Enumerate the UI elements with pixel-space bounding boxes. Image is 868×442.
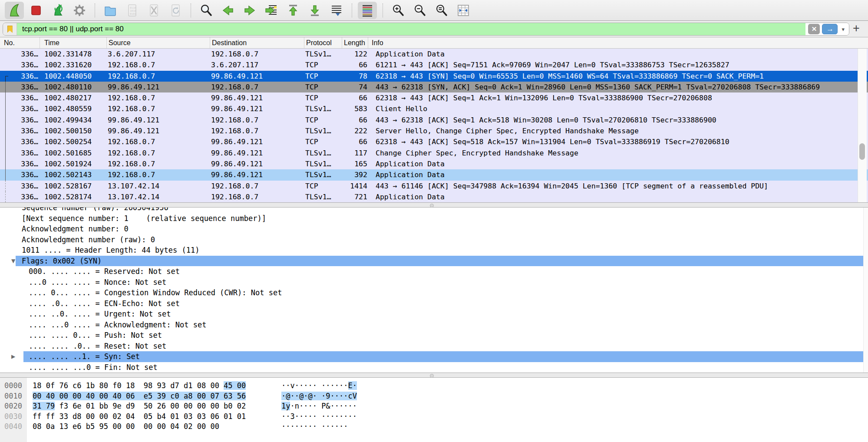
detail-line[interactable]: 000. .... .... = Reserved: Not set: [0, 266, 868, 277]
packet-row[interactable]: 336…1002.480559192.168.0.799.86.49.121TL…: [0, 103, 868, 114]
detail-line[interactable]: [Next sequence number: 1 (relative seque…: [0, 213, 868, 224]
hex-bytes: 31 79 f3 6e 01 bb 9e d9 50 26 00 00 00 0…: [33, 401, 246, 412]
open-file-button[interactable]: [101, 2, 120, 19]
reload-file-button[interactable]: [166, 2, 185, 19]
detail-line[interactable]: .... 0... .... = Congestion Window Reduc…: [0, 287, 868, 298]
cell-time: 1002.480217: [40, 92, 107, 103]
scrollbar-thumb[interactable]: [859, 143, 865, 160]
cell-destination: 192.168.0.7: [210, 49, 304, 59]
display-filter-input[interactable]: tcp.port == 80 || udp.port == 80: [17, 23, 805, 35]
detail-line[interactable]: 1011 .... = Header Length: 44 bytes (11): [0, 245, 868, 256]
detail-line[interactable]: Acknowledgment number: 0: [0, 224, 868, 234]
packet-row[interactable]: 336…1002.500254192.168.0.799.86.49.121TC…: [0, 136, 868, 147]
hex-highlight: 31 79: [33, 402, 55, 410]
column-header-info[interactable]: Info: [368, 37, 868, 48]
cell-no: 336…: [0, 115, 40, 125]
column-header-time[interactable]: Time: [40, 37, 107, 48]
magnifier-icon: [199, 3, 213, 17]
previous-packet-button[interactable]: [218, 2, 238, 19]
packet-row[interactable]: 336…1002.52817413.107.42.14192.168.0.7TL…: [0, 191, 868, 202]
hex-row[interactable]: 004008 0a 13 e6 b5 95 00 00 00 00 04 02 …: [0, 422, 868, 432]
cell-no: 336…: [0, 82, 40, 92]
capture-options-button[interactable]: [70, 2, 89, 19]
packet-row[interactable]: 336…1002.49943499.86.49.121192.168.0.7TC…: [0, 115, 868, 125]
detail-line[interactable]: ▶.... .... ..1. = Syn: Set: [0, 351, 868, 362]
hex-row[interactable]: 002031 79 f3 6e 01 bb 9e d9 50 26 00 00 …: [0, 401, 868, 412]
filter-dropdown-button[interactable]: ▾: [840, 26, 846, 33]
packet-row[interactable]: 336…1002.502143192.168.0.799.86.49.121TL…: [0, 169, 868, 180]
find-packet-button[interactable]: [197, 2, 216, 19]
close-file-button[interactable]: [144, 2, 163, 19]
column-header-protocol[interactable]: Protocol: [304, 37, 342, 48]
save-file-button[interactable]: 011010100101: [122, 2, 142, 19]
next-packet-button[interactable]: [240, 2, 259, 19]
packet-row[interactable]: 336…1002.50015099.86.49.121192.168.0.7TL…: [0, 125, 868, 136]
packet-row[interactable]: 336…1002.3314783.6.207.117192.168.0.7TLS…: [0, 49, 868, 59]
colorize-packets-button[interactable]: [358, 2, 377, 19]
display-filter-field[interactable]: tcp.port == 80 || udp.port == 80 ✕ → ▾: [3, 23, 849, 36]
packet-row[interactable]: 336…1002.501924192.168.0.799.86.49.121TL…: [0, 158, 868, 169]
column-header-no[interactable]: No.: [0, 37, 40, 48]
field-highlight: [16, 256, 863, 267]
resize-columns-button[interactable]: [454, 2, 473, 19]
filter-apply-button[interactable]: →: [822, 24, 838, 34]
restart-capture-button[interactable]: [48, 2, 67, 19]
detail-line[interactable]: .... ..0. .... = Urgent: Not set: [0, 309, 868, 320]
packet-row[interactable]: 336…1002.501685192.168.0.799.86.49.121TL…: [0, 148, 868, 158]
cell-length: 122: [342, 49, 368, 59]
detail-line[interactable]: .... .... 0... = Push: Not set: [0, 330, 868, 341]
hex-row[interactable]: 0030ff ff 33 d8 00 00 02 04 05 b4 01 03 …: [0, 412, 868, 422]
cell-no: 336…: [0, 59, 40, 70]
cell-destination: 192.168.0.7: [210, 125, 304, 136]
detail-line[interactable]: .... .0.. .... = ECN-Echo: Not set: [0, 298, 868, 309]
first-packet-button[interactable]: [284, 2, 303, 19]
cell-destination: 192.168.0.7: [210, 115, 304, 125]
detail-line[interactable]: .... .... .0.. = Reset: Not set: [0, 341, 868, 352]
zoom-reset-button[interactable]: [432, 2, 451, 19]
filter-clear-button[interactable]: ✕: [808, 24, 820, 34]
packet-row[interactable]: 336…1002.48011099.86.49.121192.168.0.7TC…: [0, 82, 868, 92]
packet-row[interactable]: 336…1002.448050192.168.0.799.86.49.121TC…: [0, 71, 868, 82]
detail-line[interactable]: Sequence number (raw): 2605041956: [0, 208, 868, 213]
detail-line[interactable]: Acknowledgment number (raw): 0: [0, 234, 868, 245]
go-to-packet-button[interactable]: [262, 2, 281, 19]
hex-row[interactable]: 000018 0f 76 c6 1b 80 f0 18 98 93 d7 d1 …: [0, 381, 868, 391]
packet-bytes-pane: 000018 0f 76 c6 1b 80 f0 18 98 93 d7 d1 …: [0, 378, 868, 442]
hex-row[interactable]: 001000 40 00 00 40 00 40 06 e5 39 c0 a8 …: [0, 391, 868, 402]
detail-line[interactable]: .... .... ...0 = Fin: Not set: [0, 362, 868, 373]
expander-right-icon[interactable]: ▶: [11, 351, 17, 362]
start-capture-button[interactable]: [5, 2, 24, 19]
details-bytes-splitter[interactable]: [0, 373, 868, 378]
detail-line[interactable]: ▼Flags: 0x002 (SYN): [0, 256, 868, 267]
packet-list-scrollbar[interactable]: [858, 49, 867, 202]
cell-time: 1002.500254: [40, 136, 107, 147]
detail-line[interactable]: ...0 .... .... = Nonce: Not set: [0, 277, 868, 288]
cell-no: 336…: [0, 158, 40, 169]
packet-row[interactable]: 336…1002.52816713.107.42.14192.168.0.7TC…: [0, 181, 868, 191]
hex-offset: 0010: [4, 391, 22, 402]
column-header-destination[interactable]: Destination: [210, 37, 304, 48]
zoom-out-button[interactable]: [410, 2, 429, 19]
stop-capture-button[interactable]: [26, 2, 46, 19]
document-binary-icon: 011010100101: [125, 3, 139, 17]
column-header-source[interactable]: Source: [107, 37, 210, 48]
list-details-splitter[interactable]: [0, 202, 868, 208]
zoom-in-button[interactable]: [389, 2, 408, 19]
column-header-length[interactable]: Length: [342, 37, 368, 48]
packet-row[interactable]: 336…1002.480217192.168.0.799.86.49.121TC…: [0, 92, 868, 103]
packet-row[interactable]: 336…1002.331620192.168.0.73.6.207.117TCP…: [0, 59, 868, 70]
filter-add-button[interactable]: +: [851, 22, 862, 35]
detail-text: Sequence number (raw): 2605041956: [22, 208, 168, 213]
filter-bookmark-button[interactable]: [3, 23, 17, 35]
auto-scroll-button[interactable]: [327, 2, 346, 19]
details-scrollbar[interactable]: [863, 208, 868, 373]
detail-text: ...0 .... .... = Nonce: Not set: [29, 277, 166, 288]
last-packet-button[interactable]: [305, 2, 324, 19]
cell-info: 443 → 61146 [ACK] Seq=347988 Ack=16394 W…: [368, 181, 868, 191]
cell-source: 99.86.49.121: [107, 82, 210, 92]
cell-protocol: TCP: [304, 136, 342, 147]
hex-ascii: ··v····· ······E·: [281, 381, 357, 391]
expander-down-icon[interactable]: ▼: [11, 256, 17, 267]
hex-highlight: 1y: [281, 402, 290, 410]
detail-line[interactable]: .... ...0 .... = Acknowledgment: Not set: [0, 320, 868, 330]
